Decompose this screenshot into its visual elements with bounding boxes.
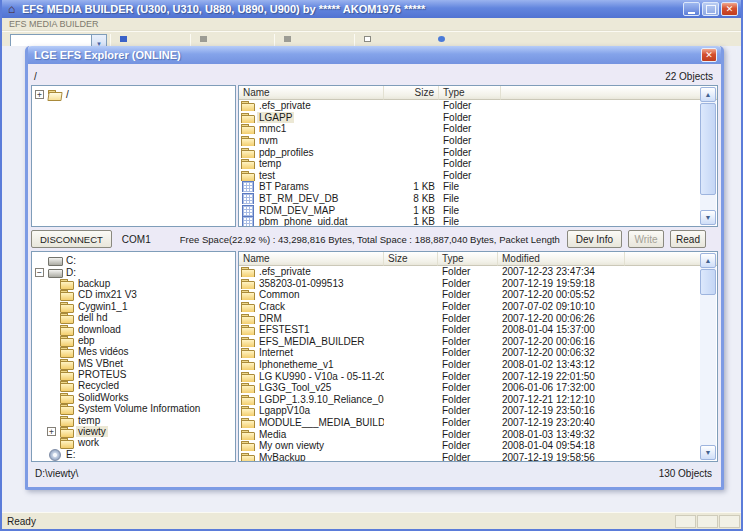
table-row[interactable]: RDM_DEV_MAP 1 KB File	[239, 204, 701, 216]
table-row[interactable]: LGDP_1.3.9.10_Reliance_060... Folder 200…	[239, 394, 701, 406]
table-row[interactable]: EFS_MEDIA_BUILDER Folder 2007-12-20 00:0…	[239, 336, 701, 348]
toolbar-button[interactable]	[114, 34, 186, 46]
column-header-type[interactable]: Type	[439, 86, 501, 100]
column-header-size[interactable]: Size	[384, 86, 439, 100]
menu-item-efs-media-builder[interactable]: EFS MEDIA BUILDER	[9, 19, 99, 29]
file-type-icon	[241, 359, 255, 370]
app-icon: ⌂	[5, 3, 18, 16]
tree-item[interactable]: PROTEUS	[32, 369, 235, 380]
explorer-body: / 22 Objects / Name Size Typ	[28, 64, 721, 487]
scrollbar-thumb[interactable]	[700, 269, 716, 295]
table-row[interactable]: LGAPP Folder	[239, 112, 701, 124]
table-row[interactable]: DRM Folder 2007-12-20 00:06:26	[239, 312, 701, 324]
close-button[interactable]	[721, 2, 738, 16]
tree-node-icon	[60, 312, 74, 323]
table-row[interactable]: Common Folder 2007-12-20 00:05:52	[239, 289, 701, 301]
file-type-icon	[241, 170, 255, 181]
column-header-filler	[501, 86, 717, 100]
table-row[interactable]: mmc1 Folder	[239, 123, 701, 135]
toolbar-button[interactable]	[432, 34, 512, 46]
write-button[interactable]: Write	[628, 230, 664, 248]
scrollbar-thumb[interactable]	[700, 103, 716, 195]
tree-node-icon	[48, 89, 62, 100]
table-row[interactable]: MyBackup Folder 2007-12-19 19:58:56	[239, 452, 701, 462]
scrollbar[interactable]	[700, 87, 716, 225]
column-header-modified[interactable]: Modified	[498, 252, 625, 266]
toolbar-button[interactable]	[278, 34, 350, 46]
dev-info-button[interactable]: Dev Info	[567, 230, 622, 248]
file-type-icon	[241, 382, 255, 393]
table-row[interactable]: MODULE___MEDIA_BUILDER Folder 2007-12-19…	[239, 417, 701, 429]
tree-item[interactable]: D:	[32, 266, 235, 277]
expand-toggle-icon[interactable]	[35, 268, 44, 277]
tree-item[interactable]: dell hd	[32, 312, 235, 323]
scroll-down-icon[interactable]	[700, 210, 716, 225]
tree-item[interactable]: C:	[32, 255, 235, 266]
tree-item[interactable]: temp	[32, 414, 235, 425]
file-type-icon	[241, 193, 255, 204]
table-row[interactable]: 358203-01-099513 Folder 2007-12-19 19:59…	[239, 278, 701, 290]
tree-item[interactable]: download	[32, 323, 235, 334]
tree-item[interactable]: work	[32, 437, 235, 448]
toolbar-button[interactable]	[194, 34, 270, 46]
column-header-size[interactable]: Size	[384, 252, 438, 266]
table-row[interactable]: My own viewty Folder 2008-01-04 09:54:18	[239, 440, 701, 452]
table-row[interactable]: temp Folder	[239, 158, 701, 170]
minimize-button[interactable]	[683, 2, 700, 16]
scroll-up-icon[interactable]	[700, 87, 716, 102]
maximize-button[interactable]	[702, 2, 719, 16]
table-row[interactable]: .efs_private Folder 2007-12-23 23:47:34	[239, 266, 701, 278]
scroll-down-icon[interactable]	[700, 445, 716, 460]
expand-toggle-icon[interactable]	[47, 427, 56, 436]
table-row[interactable]: pbm_phone_uid.dat 1 KB File	[239, 216, 701, 226]
tree-item[interactable]: MS VBnet	[32, 358, 235, 369]
tree-item[interactable]: Recycled	[32, 380, 235, 391]
read-button[interactable]: Read	[670, 230, 706, 248]
scrollbar[interactable]	[700, 253, 716, 460]
tree-node-icon	[60, 415, 74, 426]
tree-item[interactable]: Mes vidéos	[32, 346, 235, 357]
toolbar-button-icon	[364, 36, 371, 42]
table-row[interactable]: LgappV10a Folder 2007-12-19 23:50:16	[239, 405, 701, 417]
table-row[interactable]: Iphonetheme_v1 Folder 2008-01-02 13:43:1…	[239, 359, 701, 371]
table-row[interactable]: EFSTEST1 Folder 2008-01-04 15:37:00	[239, 324, 701, 336]
tree-item[interactable]: /	[32, 89, 235, 100]
tree-item[interactable]: E:	[32, 449, 235, 460]
tree-item[interactable]: backup	[32, 278, 235, 289]
table-row[interactable]: test Folder	[239, 170, 701, 182]
table-row[interactable]: Crack Folder 2007-07-02 09:10:10	[239, 301, 701, 313]
expand-toggle-icon[interactable]	[35, 90, 44, 99]
table-row[interactable]: LG KU990 - V10a - 05-11-200... Folder 20…	[239, 370, 701, 382]
explorer-close-button[interactable]	[701, 48, 717, 62]
tree-item[interactable]: Cygwin1_1	[32, 301, 235, 312]
table-row[interactable]: BT Params 1 KB File	[239, 181, 701, 193]
tree-node-icon	[60, 426, 74, 437]
disconnect-button[interactable]: DISCONNECT	[31, 230, 112, 248]
file-type-icon	[241, 324, 255, 335]
scroll-up-icon[interactable]	[700, 253, 716, 268]
tree-node-icon	[48, 255, 62, 266]
toolbar-combobox[interactable]	[10, 34, 107, 46]
explorer-statusbar: D:\viewty\ 130 Objects	[31, 462, 718, 484]
file-type-icon	[241, 278, 255, 289]
column-header-name[interactable]: Name	[239, 252, 384, 266]
tree-item[interactable]: ebp	[32, 335, 235, 346]
table-row[interactable]: pdp_profiles Folder	[239, 146, 701, 158]
table-row[interactable]: .efs_private Folder	[239, 100, 701, 112]
tree-item[interactable]: viewty	[32, 426, 235, 437]
table-row[interactable]: nvm Folder	[239, 135, 701, 147]
tree-item[interactable]: SolidWorks	[32, 392, 235, 403]
table-row[interactable]: BT_RM_DEV_DB 8 KB File	[239, 193, 701, 205]
table-row[interactable]: Media Folder 2008-01-03 13:49:32	[239, 428, 701, 440]
tree-item[interactable]: CD imx21 V3	[32, 289, 235, 300]
toolbar-button[interactable]	[358, 34, 424, 46]
table-row[interactable]: LG3G_Tool_v25 Folder 2006-01-06 17:32:00	[239, 382, 701, 394]
table-row[interactable]: Internet Folder 2007-12-20 00:06:32	[239, 347, 701, 359]
file-type-icon	[241, 135, 255, 146]
column-header-name[interactable]: Name	[239, 86, 384, 100]
chevron-down-icon[interactable]	[91, 35, 106, 46]
tree-item[interactable]: System Volume Information	[32, 403, 235, 414]
local-panes: C: D: backup CD imx21 V3	[31, 251, 718, 462]
file-type-icon	[241, 216, 255, 226]
column-header-type[interactable]: Type	[438, 252, 498, 266]
